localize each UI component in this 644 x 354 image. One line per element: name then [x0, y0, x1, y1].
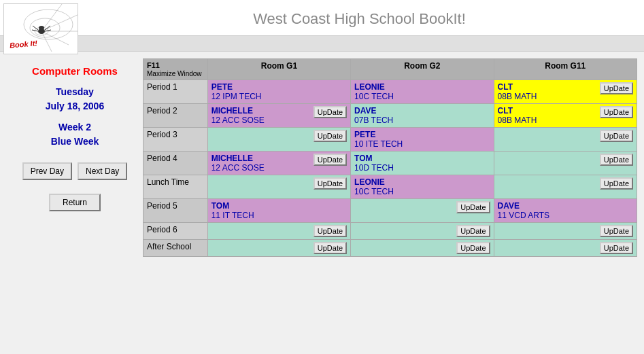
schedule-cell: UpDate — [494, 223, 637, 240]
schedule-cell: UpDate — [351, 199, 494, 223]
prev-day-button[interactable]: Prev Day — [22, 162, 72, 180]
booking-name: TOM — [211, 201, 254, 211]
schedule-cell: LEONIE10C TECH — [351, 175, 494, 199]
schedule-cell: UpDate — [207, 128, 350, 152]
booking-class: 10C TECH — [354, 187, 394, 196]
booking-name: DAVE — [498, 201, 549, 211]
return-button[interactable]: Return — [49, 194, 101, 211]
schedule-cell: MICHELLE12 ACC SOSEUpDate — [207, 104, 350, 128]
cell-booking-text: DAVE11 VCD ARTS — [498, 201, 549, 220]
table-row: Period 1PETE12 IPM TECHLEONIE10C TECHCLT… — [143, 80, 637, 104]
update-button[interactable]: UpDate — [456, 225, 490, 237]
schedule-cell: UpDate — [351, 240, 494, 257]
cell-booking-text: DAVE07B TECH — [354, 106, 393, 125]
update-button[interactable]: UpDate — [600, 242, 633, 254]
period-label: After School — [143, 240, 208, 257]
schedule-cell: MICHELLE12 ACC SOSEUpDate — [207, 152, 350, 175]
update-button[interactable]: UpDate — [313, 242, 347, 254]
booking-class: 12 IPM TECH — [211, 92, 262, 101]
booking-name: MICHELLE — [211, 154, 265, 163]
update-button[interactable]: UpDate — [456, 201, 490, 213]
schedule-cell: UpDate — [351, 223, 494, 240]
booking-class: 07B TECH — [354, 116, 393, 125]
period-label: Period 4 — [143, 152, 208, 175]
schedule-body: Period 1PETE12 IPM TECHLEONIE10C TECHCLT… — [143, 80, 637, 257]
booking-class: 12 ACC SOSE — [211, 163, 265, 173]
update-button[interactable]: UpDate — [313, 225, 347, 237]
booking-name: LEONIE — [354, 177, 394, 187]
period-label: Period 5 — [143, 199, 208, 223]
schedule-cell: TOM10D TECH — [351, 152, 494, 175]
table-row: Period 2MICHELLE12 ACC SOSEUpDateDAVE07B… — [143, 104, 637, 128]
schedule-cell: UpDate — [207, 223, 350, 240]
cell-booking-text: PETE10 ITE TECH — [354, 130, 403, 149]
booking-class: 10 ITE TECH — [354, 139, 403, 149]
booking-class: 10D TECH — [354, 163, 394, 173]
period-label: Period 2 — [143, 104, 208, 128]
update-button[interactable]: UpDate — [313, 177, 347, 190]
main-content: Computer Rooms Tuesday July 18, 2006 Wee… — [0, 52, 644, 264]
update-button[interactable]: UpDate — [313, 106, 347, 118]
svg-line-3 — [41, 31, 69, 45]
schedule-table-container: F11 Maximize Window Room G1 Room G2 Room… — [143, 58, 637, 257]
update-button[interactable]: UpDate — [313, 154, 347, 166]
booking-class: 10C TECH — [354, 92, 394, 101]
cell-booking-text: TOM11 IT TECH — [211, 201, 254, 220]
booking-class: 11 IT TECH — [211, 211, 254, 220]
schedule-cell: UpDate — [207, 240, 350, 257]
update-button[interactable]: UpDate — [600, 130, 633, 142]
schedule-cell: UpDate — [494, 152, 637, 175]
table-row: Lunch TimeUpDateLEONIE10C TECHUpDate — [143, 175, 637, 199]
booking-name: LEONIE — [354, 82, 394, 92]
update-button[interactable]: UpDate — [313, 130, 347, 142]
cell-booking-text: TOM10D TECH — [354, 154, 394, 173]
logo: Book It! — [3, 3, 78, 54]
schedule-cell: UpDate — [494, 128, 637, 152]
schedule-cell: LEONIE10C TECH — [351, 80, 494, 104]
period-label: Period 3 — [143, 128, 208, 152]
sidebar-date: Tuesday July 18, 2006 — [46, 85, 104, 113]
page-title: West Coast High School BookIt! — [75, 3, 644, 32]
booking-name: PETE — [211, 82, 262, 92]
table-row: Period 3UpDatePETE10 ITE TECHUpDate — [143, 128, 637, 152]
sidebar: Computer Rooms Tuesday July 18, 2006 Wee… — [7, 58, 143, 257]
cell-booking-text: CLT08B MATH — [498, 106, 537, 125]
cell-booking-text: LEONIE10C TECH — [354, 177, 394, 196]
schedule-cell: DAVE11 VCD ARTS — [494, 199, 637, 223]
nav-bar: Make a booking — [0, 35, 644, 52]
booking-class: 11 VCD ARTS — [498, 211, 549, 220]
update-button[interactable]: UpDate — [456, 242, 490, 254]
table-row: Period 6UpDateUpDateUpDate — [143, 223, 637, 240]
col-header-room-g11: Room G11 — [494, 59, 637, 80]
cell-booking-text: CLT08B MATH — [498, 82, 537, 101]
period-label: Lunch Time — [143, 175, 208, 199]
sidebar-week: Week 2 Blue Week — [51, 120, 99, 149]
svg-line-0 — [41, 4, 62, 31]
col-header-f11: F11 Maximize Window — [143, 59, 208, 80]
cell-booking-text: LEONIE10C TECH — [354, 82, 394, 101]
col-header-room-g2: Room G2 — [351, 59, 494, 80]
booking-class: 12 ACC SOSE — [211, 116, 265, 125]
schedule-cell: UpDate — [207, 175, 350, 199]
schedule-table: F11 Maximize Window Room G1 Room G2 Room… — [143, 58, 637, 257]
return-button-wrap: Return — [49, 194, 101, 211]
schedule-cell: TOM11 IT TECH — [207, 199, 350, 223]
next-day-button[interactable]: Next Day — [78, 162, 127, 180]
update-button[interactable]: UpDate — [600, 106, 633, 118]
update-button[interactable]: UpDate — [600, 82, 633, 94]
schedule-cell: PETE10 ITE TECH — [351, 128, 494, 152]
schedule-cell: UpDate — [494, 240, 637, 257]
schedule-cell: CLT08B MATHUpDate — [494, 104, 637, 128]
cell-booking-text: MICHELLE12 ACC SOSE — [211, 106, 265, 125]
update-button[interactable]: UpDate — [600, 154, 633, 166]
booking-name: TOM — [354, 154, 394, 163]
update-button[interactable]: UpDate — [600, 225, 633, 237]
booking-name: MICHELLE — [211, 106, 265, 116]
update-button[interactable]: UpDate — [600, 177, 633, 190]
schedule-cell: DAVE07B TECH — [351, 104, 494, 128]
svg-line-4 — [41, 31, 52, 52]
schedule-cell: UpDate — [494, 175, 637, 199]
table-row: After SchoolUpDateUpDateUpDate — [143, 240, 637, 257]
booking-class: 08B MATH — [498, 116, 537, 125]
booking-name: CLT — [498, 106, 537, 116]
